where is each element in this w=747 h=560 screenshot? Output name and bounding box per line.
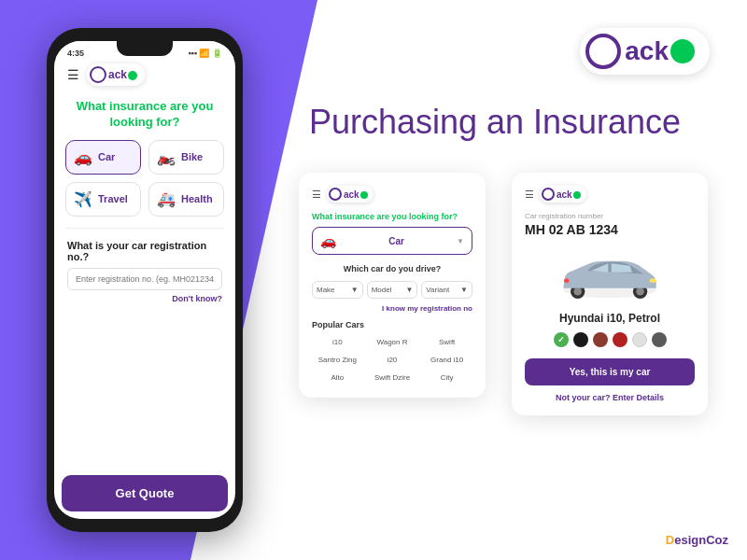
mid-card-question: What insurance are you looking for? xyxy=(312,212,472,221)
make-arrow: ▼ xyxy=(351,286,359,294)
popular-car-wagonr[interactable]: Wagon R xyxy=(367,335,418,349)
main-heading: Purchasing an Insurance xyxy=(299,103,691,142)
phone-divider xyxy=(65,228,224,229)
insurance-health[interactable]: 🚑 Health xyxy=(148,182,224,217)
main-acko-logo: ack xyxy=(580,28,710,75)
acko-logo-letters: ack xyxy=(625,36,669,66)
phone-notch xyxy=(117,41,173,56)
right-card-acko-text: ack xyxy=(557,189,581,200)
travel-icon: ✈️ xyxy=(74,190,92,208)
bike-icon: 🏍️ xyxy=(157,148,176,166)
swatch-green[interactable] xyxy=(554,332,569,347)
popular-car-alto[interactable]: Alto xyxy=(312,371,363,385)
mid-card-acko-badge: ack xyxy=(327,186,374,203)
enter-details-link[interactable]: Enter Details xyxy=(613,393,664,402)
mid-card-acko-circle xyxy=(329,188,342,201)
mid-card-subtitle: Which car do you drive? xyxy=(312,264,472,273)
get-quote-button[interactable]: Get Quote xyxy=(62,475,228,511)
car-label: Car xyxy=(98,151,115,162)
phone-header: ☰ ack xyxy=(54,58,235,91)
swatch-silver[interactable] xyxy=(632,332,647,347)
phone-acko-text: ack xyxy=(108,68,137,81)
phone-acko-o xyxy=(128,71,137,80)
popular-car-swiftdzire[interactable]: Swift Dzire xyxy=(367,371,418,385)
not-your-car-label: Not your car? xyxy=(556,393,611,402)
reg-number-label: Car registration number xyxy=(525,212,695,220)
car-name: Hyundai i10, Petrol xyxy=(525,312,695,325)
mid-card-dropdown-arrow: ▼ xyxy=(457,237,464,245)
popular-car-swift[interactable]: Swift xyxy=(421,335,472,349)
reg-input[interactable] xyxy=(67,268,222,290)
svg-point-4 xyxy=(636,287,644,296)
bike-label: Bike xyxy=(181,151,203,162)
not-your-car-text: Not your car? Enter Details xyxy=(525,393,695,402)
popular-car-santro[interactable]: Santro Zing xyxy=(312,353,363,367)
mid-card: ☰ ack What insurance are you looking for… xyxy=(299,173,486,398)
reg-section: What is your car registration no.? Don't… xyxy=(54,234,235,309)
model-label: Model xyxy=(372,286,392,294)
mid-card-dropdowns: Make ▼ Model ▼ Variant ▼ xyxy=(312,281,472,299)
hamburger-icon[interactable]: ☰ xyxy=(67,67,79,82)
phone-signal: ▪▪▪ 📶 🔋 xyxy=(188,49,222,58)
right-card-acko-o xyxy=(573,191,581,199)
mid-card-reg-link[interactable]: I know my registration no xyxy=(312,304,472,313)
mid-card-hamburger[interactable]: ☰ xyxy=(312,189,321,201)
variant-dropdown[interactable]: Variant ▼ xyxy=(421,281,472,299)
mid-card-car-icon: 🚗 xyxy=(320,233,336,248)
right-card-acko-badge: ack xyxy=(540,186,586,203)
insurance-travel[interactable]: ✈️ Travel xyxy=(65,182,141,217)
swatch-gray[interactable] xyxy=(652,332,667,347)
right-card-hamburger[interactable]: ☰ xyxy=(525,189,534,201)
confirm-car-button[interactable]: Yes, this is my car xyxy=(525,358,695,385)
insurance-bike[interactable]: 🏍️ Bike xyxy=(148,140,224,175)
car-image-container xyxy=(525,248,695,304)
reg-number-value: MH 02 AB 1234 xyxy=(525,222,695,237)
svg-rect-5 xyxy=(650,279,656,283)
mid-card-acko-o xyxy=(360,191,368,199)
watermark-rest: esignCoz xyxy=(674,533,728,547)
model-arrow: ▼ xyxy=(405,286,413,294)
watermark: DesignCoz xyxy=(666,533,728,547)
phone-acko-badge: ack xyxy=(87,63,145,86)
variant-arrow: ▼ xyxy=(460,286,468,294)
acko-logo-circle xyxy=(585,34,621,69)
swatch-red[interactable] xyxy=(613,332,627,347)
right-card-acko-circle xyxy=(542,188,555,201)
color-swatches xyxy=(525,332,695,347)
phone-screen: 4:35 ▪▪▪ 📶 🔋 ☰ ack What insurance are yo… xyxy=(54,41,235,519)
popular-car-city[interactable]: City xyxy=(421,371,472,385)
popular-car-grandi10[interactable]: Grand i10 xyxy=(421,353,472,367)
phone-mockup: 4:35 ▪▪▪ 📶 🔋 ☰ ack What insurance are yo… xyxy=(47,28,243,532)
make-label: Make xyxy=(317,286,335,294)
car-icon: 🚗 xyxy=(74,148,92,166)
mid-card-selected-label: Car xyxy=(388,236,404,246)
acko-logo-o-dot xyxy=(670,39,695,63)
insurance-car[interactable]: 🚗 Car xyxy=(65,140,141,175)
make-dropdown[interactable]: Make ▼ xyxy=(312,281,363,299)
phone-insurance-question: What insurance are you looking for? xyxy=(54,91,235,134)
travel-label: Travel xyxy=(98,193,128,204)
phone-acko-circle xyxy=(90,66,106,83)
model-dropdown[interactable]: Model ▼ xyxy=(367,281,418,299)
svg-rect-6 xyxy=(564,279,569,283)
svg-point-2 xyxy=(573,287,582,296)
car-image xyxy=(554,248,666,304)
mid-card-acko-text: ack xyxy=(344,189,368,200)
mid-card-selected-insurance[interactable]: 🚗 Car ▼ xyxy=(312,227,472,255)
popular-cars-title: Popular Cars xyxy=(312,320,472,329)
dont-know-link[interactable]: Don't know? xyxy=(67,294,222,303)
reg-question: What is your car registration no.? xyxy=(67,240,222,262)
health-icon: 🚑 xyxy=(157,190,176,208)
right-card: ☰ ack Car registration number MH 02 AB 1… xyxy=(512,173,708,415)
right-card-header: ☰ ack xyxy=(525,186,695,203)
mid-card-header: ☰ ack xyxy=(312,186,472,203)
insurance-type-grid: 🚗 Car 🏍️ Bike ✈️ Travel 🚑 Health xyxy=(54,134,235,222)
popular-car-i20[interactable]: i20 xyxy=(367,353,418,367)
variant-label: Variant xyxy=(426,286,449,294)
watermark-d: D xyxy=(666,533,674,547)
swatch-brown[interactable] xyxy=(593,332,608,347)
popular-cars-grid: i10 Wagon R Swift Santro Zing i20 Grand … xyxy=(312,335,472,385)
popular-car-i10[interactable]: i10 xyxy=(312,335,363,349)
health-label: Health xyxy=(181,193,213,204)
swatch-black[interactable] xyxy=(573,332,588,347)
